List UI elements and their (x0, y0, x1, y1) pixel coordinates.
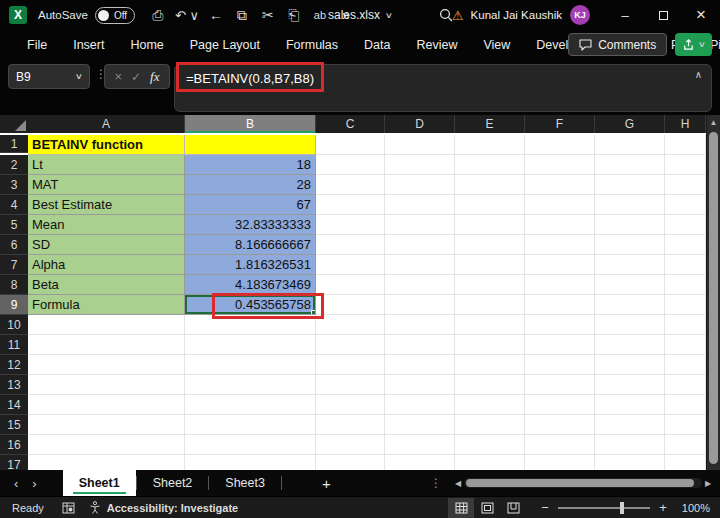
cell-E7[interactable] (455, 255, 525, 275)
cell-C11[interactable] (316, 335, 385, 355)
cell-A14[interactable] (28, 395, 185, 415)
row-header-13[interactable]: 13 (0, 375, 28, 395)
row-header-6[interactable]: 6 (0, 235, 28, 255)
name-box[interactable]: B9 ∨ (8, 64, 90, 89)
cell-D12[interactable] (385, 355, 455, 375)
ribbon-tab-view[interactable]: View (470, 33, 523, 57)
cell-D13[interactable] (385, 375, 455, 395)
cell-A12[interactable] (28, 355, 185, 375)
cell-C16[interactable] (316, 435, 385, 455)
cell-H4[interactable] (665, 195, 706, 215)
cell-G13[interactable] (595, 375, 665, 395)
ribbon-tab-file[interactable]: File (14, 33, 60, 57)
ribbon-tab-data[interactable]: Data (351, 33, 403, 57)
column-header-E[interactable]: E (455, 115, 525, 133)
cell-B6[interactable]: 8.166666667 (185, 235, 316, 255)
cell-D2[interactable] (385, 155, 455, 175)
row-header-7[interactable]: 7 (0, 255, 28, 275)
cell-E11[interactable] (455, 335, 525, 355)
ribbon-tab-review[interactable]: Review (403, 33, 470, 57)
enter-entry-icon[interactable]: ✓ (131, 70, 141, 84)
zoom-out-button[interactable]: − (536, 500, 554, 515)
scroll-up-icon[interactable]: ▲ (707, 115, 720, 131)
cell-F16[interactable] (525, 435, 595, 455)
cell-C4[interactable] (316, 195, 385, 215)
cell-G9[interactable] (595, 295, 665, 315)
cell-H1[interactable] (665, 135, 706, 155)
cell-E12[interactable] (455, 355, 525, 375)
cell-A1[interactable]: BETAINV function (28, 135, 185, 155)
cell-C10[interactable] (316, 315, 385, 335)
prev-sheet-icon[interactable]: ‹ (14, 476, 18, 491)
cell-D3[interactable] (385, 175, 455, 195)
cell-F15[interactable] (525, 415, 595, 435)
cell-H9[interactable] (665, 295, 706, 315)
undo-icon[interactable]: ↶ ∨ (173, 4, 201, 26)
cell-H5[interactable] (665, 215, 706, 235)
row-header-9[interactable]: 9 (0, 295, 28, 315)
cell-F7[interactable] (525, 255, 595, 275)
cell-B13[interactable] (185, 375, 316, 395)
column-header-A[interactable]: A (28, 115, 185, 133)
row-header-3[interactable]: 3 (0, 175, 28, 195)
paste-icon[interactable]: ⎗ (283, 4, 305, 26)
cell-H16[interactable] (665, 435, 706, 455)
cell-B12[interactable] (185, 355, 316, 375)
macro-record-icon[interactable] (62, 502, 75, 514)
cell-D14[interactable] (385, 395, 455, 415)
cell-B2[interactable]: 18 (185, 155, 316, 175)
ribbon-tab-home[interactable]: Home (117, 33, 176, 57)
zoom-slider[interactable] (558, 507, 650, 509)
column-header-C[interactable]: C (316, 115, 385, 133)
cell-G2[interactable] (595, 155, 665, 175)
cell-D15[interactable] (385, 415, 455, 435)
cell-C2[interactable] (316, 155, 385, 175)
next-sheet-icon[interactable]: › (32, 476, 36, 491)
cell-E14[interactable] (455, 395, 525, 415)
cell-H7[interactable] (665, 255, 706, 275)
back-arrow-icon[interactable]: ← (205, 4, 227, 26)
cell-E4[interactable] (455, 195, 525, 215)
horizontal-scrollbar[interactable]: ◀ ▶ (452, 476, 714, 490)
row-header-10[interactable]: 10 (0, 315, 28, 335)
sheet-tab-sheet3[interactable]: Sheet3 (209, 470, 281, 496)
accessibility-icon[interactable] (89, 501, 101, 514)
cell-F3[interactable] (525, 175, 595, 195)
cell-H15[interactable] (665, 415, 706, 435)
cell-B3[interactable]: 28 (185, 175, 316, 195)
cell-F12[interactable] (525, 355, 595, 375)
cell-B1[interactable] (185, 135, 316, 155)
column-header-B[interactable]: B (185, 115, 316, 133)
cell-C8[interactable] (316, 275, 385, 295)
zoom-in-button[interactable]: + (654, 500, 672, 515)
cell-H13[interactable] (665, 375, 706, 395)
cut-icon[interactable]: ✂ (257, 4, 279, 26)
cell-D16[interactable] (385, 435, 455, 455)
cell-D7[interactable] (385, 255, 455, 275)
cell-H2[interactable] (665, 155, 706, 175)
column-header-D[interactable]: D (385, 115, 455, 133)
cell-E10[interactable] (455, 315, 525, 335)
cell-C13[interactable] (316, 375, 385, 395)
cell-F6[interactable] (525, 235, 595, 255)
cell-A3[interactable]: MAT (28, 175, 185, 195)
ribbon-tab-insert[interactable]: Insert (60, 33, 117, 57)
tabbar-dots-icon[interactable]: ⋮ (430, 476, 442, 490)
cell-E5[interactable] (455, 215, 525, 235)
column-header-H[interactable]: H (665, 115, 706, 133)
cell-B15[interactable] (185, 415, 316, 435)
row-header-5[interactable]: 5 (0, 215, 28, 235)
row-header-4[interactable]: 4 (0, 195, 28, 215)
cell-F13[interactable] (525, 375, 595, 395)
cell-C1[interactable] (316, 135, 385, 155)
cell-G8[interactable] (595, 275, 665, 295)
row-header-2[interactable]: 2 (0, 155, 28, 175)
cell-D5[interactable] (385, 215, 455, 235)
cell-B16[interactable] (185, 435, 316, 455)
cell-D9[interactable] (385, 295, 455, 315)
cell-A11[interactable] (28, 335, 185, 355)
cell-H10[interactable] (665, 315, 706, 335)
cell-G10[interactable] (595, 315, 665, 335)
cell-D6[interactable] (385, 235, 455, 255)
cell-A9[interactable]: Formula (28, 295, 185, 315)
